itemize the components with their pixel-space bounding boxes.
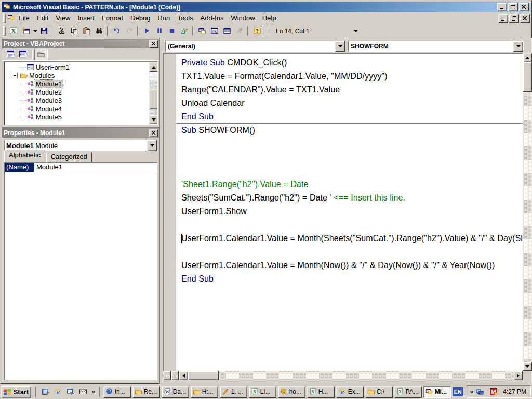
tab-categorized[interactable]: Categorized (46, 152, 92, 162)
quick-launch-mail[interactable] (78, 387, 88, 397)
title-bar[interactable]: Microsoft Visual Basic - PATTERN.xls - [… (2, 2, 530, 12)
help-button[interactable]: ? (251, 25, 263, 37)
procedure-dropdown[interactable]: SHOWFORM (348, 41, 524, 52)
reset-button[interactable] (166, 25, 178, 37)
task-button[interactable]: C:\ (365, 386, 393, 398)
tray-collapse-chevron[interactable]: « (470, 388, 474, 395)
object-browser-button[interactable] (221, 25, 233, 37)
find-button[interactable] (93, 25, 105, 37)
tray-network[interactable] (476, 388, 487, 396)
scroll-right-button[interactable] (513, 371, 523, 380)
procedure-view-button[interactable] (163, 371, 171, 380)
insert-userform-button[interactable] (20, 25, 32, 37)
task-button[interactable]: WDa... (162, 386, 189, 398)
paste-button[interactable] (81, 25, 93, 37)
tree-item-userform1[interactable]: UserForm1 (5, 63, 149, 71)
task-button[interactable]: ho... (278, 386, 305, 398)
scrollbar-thumb[interactable] (188, 371, 219, 380)
tree-item-module3[interactable]: Module3 (5, 96, 149, 104)
menu-edit[interactable]: Edit (33, 13, 52, 23)
tab-alphabetic[interactable]: Alphabetic (4, 150, 45, 162)
property-value[interactable]: Module1 (34, 163, 157, 172)
child-close-button[interactable] (520, 14, 530, 23)
tree-item-module4[interactable]: Module4 (5, 104, 149, 113)
code-line[interactable] (181, 218, 523, 232)
code-horizontal-scrollbar[interactable] (179, 371, 523, 379)
project-tree-scrollbar[interactable] (149, 62, 157, 124)
project-panel-titlebar[interactable]: Project - VBAProject (2, 39, 159, 48)
menubar-grip[interactable] (3, 14, 6, 23)
properties-window-button[interactable] (208, 25, 221, 37)
scroll-down-button[interactable] (523, 362, 532, 371)
task-button[interactable]: Mi... (423, 386, 451, 398)
quick-launch-outlook-express[interactable] (65, 387, 76, 397)
code-line[interactable]: Sub SHOWFORM() (181, 124, 523, 137)
module-window-icon[interactable] (7, 14, 15, 23)
property-row[interactable]: (Name)Module1 (5, 163, 157, 172)
quick-launch-internet-explorer[interactable]: e (53, 387, 63, 397)
toolbar-options-button[interactable] (353, 25, 359, 37)
break-button[interactable] (153, 25, 166, 37)
scroll-left-button[interactable] (179, 371, 188, 380)
toolbox-button[interactable] (233, 25, 246, 37)
close-button[interactable] (519, 3, 529, 11)
code-line[interactable]: 'Sheet1.Range("h2").Value = Date (181, 178, 523, 191)
view-object-button[interactable] (17, 49, 29, 60)
minimize-button[interactable] (497, 3, 507, 11)
code-vertical-scrollbar[interactable] (523, 53, 531, 371)
design-mode-button[interactable] (178, 25, 191, 37)
menu-help[interactable]: Help (259, 13, 280, 23)
code-line[interactable]: Private Sub CMDOK_Click() (181, 56, 523, 70)
code-line[interactable] (181, 151, 523, 164)
code-line[interactable]: End Sub (181, 110, 523, 124)
task-button[interactable]: H:... (191, 386, 218, 398)
code-line[interactable]: UserForm1.Show (181, 205, 523, 218)
combo-dropdown-button[interactable] (513, 41, 523, 52)
task-button[interactable]: XH... (307, 386, 335, 398)
code-line[interactable]: Sheets("SumCat.").Range("h2") = Date ' <… (181, 191, 523, 205)
toolbar-grip[interactable] (3, 26, 6, 36)
combo-dropdown-button[interactable] (335, 41, 345, 52)
tree-item-module2[interactable]: Module2 (5, 88, 149, 96)
scrollbar-thumb[interactable] (149, 89, 158, 109)
cut-button[interactable] (56, 25, 68, 37)
save-button[interactable] (38, 25, 50, 37)
menu-view[interactable]: View (52, 13, 74, 23)
scroll-up-button[interactable] (523, 53, 532, 62)
menu-run[interactable]: Run (154, 13, 174, 23)
scroll-up-button[interactable] (149, 62, 158, 72)
code-line[interactable] (181, 137, 523, 151)
menu-format[interactable]: Format (98, 13, 127, 23)
menu-file[interactable]: File (15, 13, 33, 23)
task-button[interactable]: In... (103, 386, 131, 398)
code-line[interactable]: End Sub (181, 272, 523, 286)
tree-item-module1[interactable]: Module1 (5, 79, 149, 88)
child-restore-button[interactable] (509, 14, 519, 23)
menu-window[interactable]: Window (227, 13, 258, 23)
code-pane[interactable]: Private Sub CMDOK_Click()TXT1.Value = Fo… (163, 53, 524, 372)
redo-button[interactable] (123, 25, 136, 37)
view-microsoft-excel-button[interactable]: X (7, 25, 20, 37)
project-panel-close-button[interactable] (149, 40, 158, 48)
run-sub-button[interactable] (141, 25, 153, 37)
code-line[interactable]: UserForm1.Calendar1.Value = Month(Sheets… (181, 232, 523, 245)
tree-item-module5[interactable]: Module5 (5, 113, 149, 121)
collapse-expander-icon[interactable] (12, 73, 18, 78)
code-line[interactable] (181, 245, 523, 259)
task-button[interactable]: 1. ... (220, 386, 247, 398)
copy-button[interactable] (68, 25, 81, 37)
scrollbar-thumb[interactable] (523, 62, 532, 92)
code-line[interactable]: TXT1.Value = Format(Calendar1.Value, "MM… (181, 70, 523, 83)
menu-insert[interactable]: Insert (74, 13, 98, 23)
full-module-view-button[interactable] (171, 371, 179, 380)
code-line[interactable]: Range("CALENDAR").Value = TXT1.Value (181, 83, 523, 97)
task-button[interactable]: Re... (132, 386, 160, 398)
property-name[interactable]: (Name) (5, 163, 34, 172)
quick-launch-show-desktop[interactable] (41, 387, 51, 397)
menu-tools[interactable]: Tools (174, 13, 196, 23)
code-line[interactable]: UserForm1.Calendar1.Value = Month(Now())… (181, 259, 523, 272)
task-button[interactable]: XLI... (249, 386, 276, 398)
undo-button[interactable] (111, 25, 123, 37)
child-minimize-button[interactable] (498, 14, 508, 23)
properties-panel-close-button[interactable] (149, 129, 158, 137)
